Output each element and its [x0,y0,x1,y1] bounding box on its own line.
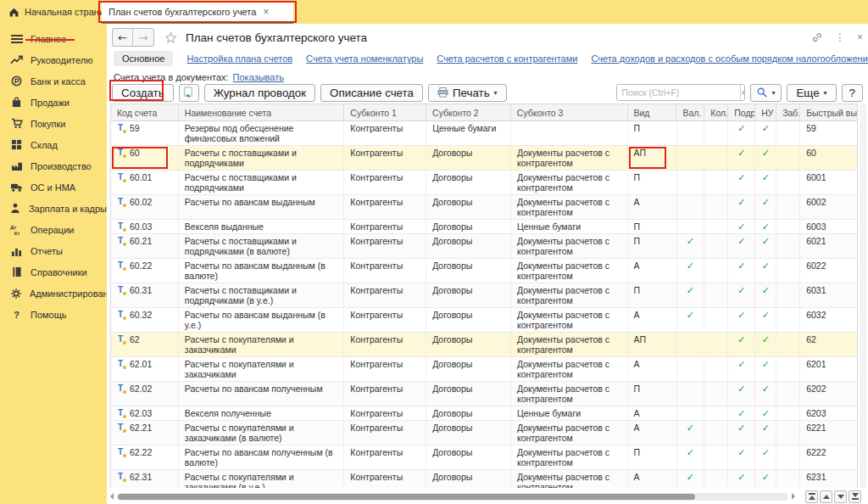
table-row-62.21[interactable]: Т62.21Расчеты с покупателями и заказчика… [111,421,857,445]
sidebar-item-label: Отчеты [31,246,63,256]
table-row-60.32[interactable]: Т60.32Расчеты по авансам выданным (в у.е… [111,308,857,333]
account-code: 60.03 [130,221,152,232]
sidebar-item-sklad[interactable]: Склад [0,134,107,155]
table-row-60.31[interactable]: Т60.31Расчеты с поставщиками и подрядчик… [111,283,857,308]
vertical-scrollbar[interactable] [860,104,866,488]
table-row-60.22[interactable]: Т60.22Расчеты по авансам выданным (в вал… [111,259,857,283]
nav-link-1[interactable]: Счета учета номенклатуры [306,53,423,64]
cell-vid: А [628,259,677,283]
cell-kol [704,283,728,307]
sidebar-item-zarplata-i-kadry[interactable]: Зарплата и кадры [0,198,107,219]
forward-button[interactable]: → [133,29,153,46]
table-row-60.01[interactable]: Т60.01Расчеты с поставщиками и подрядчик… [111,171,857,195]
cell-quick-select: 62 [800,333,857,356]
cell-subconto2: Договоры [426,195,511,219]
column-header-podr[interactable]: Подр. [728,104,755,120]
table-row-60.21[interactable]: Т60.21Расчеты с поставщиками и подрядчик… [111,234,857,259]
scroll-first-button[interactable] [805,490,818,503]
close-form-icon[interactable]: × [857,31,863,43]
column-header-val[interactable]: Вал. [676,104,704,120]
account-icon: Т [115,172,125,182]
cell-quick-select: 6001 [800,171,857,194]
search-menu-button[interactable]: ▾ [750,84,782,102]
nav-link-0[interactable]: Настройка плана счетов [186,53,292,64]
more-button[interactable]: Еще ▾ [787,84,836,102]
sidebar-item-glavnoe[interactable]: Главное [0,28,107,49]
cell-name: Расчеты по авансам полученным (в валюте) [179,445,345,469]
cell-subconto2: Договоры [426,382,511,406]
nav-link-3[interactable]: Счета доходов и расходов с особым порядк… [591,53,868,64]
column-header-sub2[interactable]: Субконто 2 [426,104,511,120]
cell-vid: П [628,382,677,406]
column-header-sub1[interactable]: Субконто 1 [344,104,426,120]
home-page-tab[interactable]: Начальная страница [8,0,114,24]
search-clear-icon[interactable]: × [740,85,745,100]
sidebar-item-os-i-nma[interactable]: ОС и НМА [0,176,107,198]
sidebar-item-label: Главное [31,34,66,44]
table-row-62[interactable]: Т62Расчеты с покупателями и заказчикамиК… [111,333,857,357]
account-code: 62.21 [130,423,152,443]
account-icon: Т [115,236,125,246]
column-header-vid[interactable]: Вид [628,104,677,120]
cell-name: Векселя полученные [179,406,345,420]
sidebar-item-otchety[interactable]: Отчеты [0,240,107,261]
sidebar-item-pomosch[interactable]: ?Помощь [0,304,107,325]
sidebar-item-proizvodstvo[interactable]: Производство [0,155,107,176]
create-button[interactable]: Создать [112,84,174,102]
cell-zab [776,445,800,469]
tab-plan-schetov[interactable]: План счетов бухгалтерского учета × [102,2,293,24]
print-button[interactable]: Печать ▾ [428,84,507,102]
sidebar-item-prodazhi[interactable]: Продажи [0,92,107,113]
table-row-62.31[interactable]: Т62.31Расчеты с покупателями и заказчика… [111,470,857,488]
column-header-zab[interactable]: Заб. [776,104,800,120]
cell-zab [776,121,800,145]
search-input[interactable] [617,85,740,100]
column-header-sub3[interactable]: Субконто 3 [511,104,628,120]
account-code: 59 [130,123,140,143]
scrollbar-track[interactable] [117,493,788,501]
cell-subconto3: Документы расчетов с контрагентом [511,445,628,469]
scroll-last-button[interactable] [849,490,861,503]
back-button[interactable]: ← [113,29,133,46]
cell-subconto1: Контрагенты [344,308,426,332]
sidebar-item-spravochniki[interactable]: Справочники [0,261,107,283]
column-header-code[interactable]: Код счета [111,104,179,120]
new-group-button[interactable] [179,84,199,102]
scroll-right-icon[interactable] [792,493,795,500]
nav-item-osnovnoe[interactable]: Основное [114,51,173,66]
scrollbar-thumb[interactable] [118,494,695,500]
description-button[interactable]: Описание счета [320,84,423,102]
help-button[interactable]: ? [842,84,863,102]
column-header-nu[interactable]: НУ [755,104,776,120]
tab-close-icon[interactable]: × [263,6,269,18]
cell-kol [704,406,728,420]
sidebar-item-operacii[interactable]: ДтКтОперации [0,219,107,240]
scroll-up-button[interactable] [820,490,832,503]
favorite-star-icon[interactable] [164,31,177,44]
journal-button[interactable]: Журнал проводок [204,84,315,102]
table-row-62.02[interactable]: Т62.02Расчеты по авансам полученнымКонтр… [111,382,857,406]
table-row-60[interactable]: Т60Расчеты с поставщиками и подрядчиками… [111,146,857,171]
table-row-60.03[interactable]: Т60.03Векселя выданныеКонтрагентыДоговор… [111,220,857,234]
cell-code: Т62.01 [111,357,179,381]
scroll-down-button[interactable] [834,490,847,503]
sidebar-item-pokupki[interactable]: Покупки [0,113,107,134]
table-row-60.02[interactable]: Т60.02Расчеты по авансам выданнымКонтраг… [111,195,857,220]
table-row-62.01[interactable]: Т62.01Расчеты с покупателями и заказчика… [111,357,857,382]
scroll-left-icon[interactable] [110,493,114,500]
sidebar-item-bank-i-kassa[interactable]: Банк и касса [0,70,107,92]
nav-link-2[interactable]: Счета расчетов с контрагентами [437,53,577,64]
table-row-62.22[interactable]: Т62.22Расчеты по авансам полученным (в в… [111,445,857,470]
column-header-name[interactable]: Наименование счета [179,104,345,120]
table-row-59[interactable]: Т59Резервы под обесценение финансовых вл… [111,121,857,146]
column-header-kol[interactable]: Кол. [704,104,728,120]
sidebar-item-administrirovanie[interactable]: Администрирование [0,283,107,304]
cell-vid: АП [628,333,677,356]
kebab-menu-icon[interactable]: ⋮ [835,31,845,43]
column-header-quick[interactable]: Быстрый выбор [800,104,857,120]
sidebar-item-rukovoditelyu[interactable]: Руководителю [0,49,107,70]
table-row-62.03[interactable]: Т62.03Векселя полученныеКонтрагентыДогов… [111,406,857,421]
cell-podr: ✓ [728,382,755,406]
chain-link-icon[interactable] [811,31,823,43]
account-icon: Т [115,285,125,295]
